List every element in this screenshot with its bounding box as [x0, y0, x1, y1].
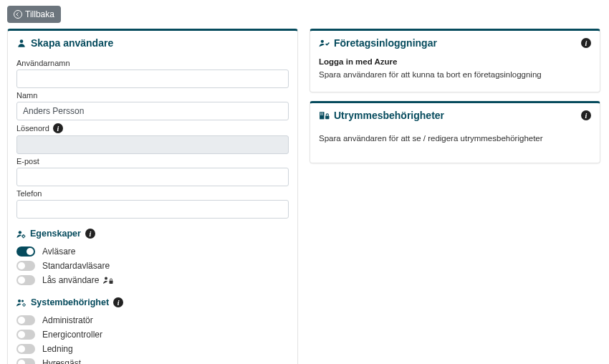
toggle-label: Administratör	[42, 315, 93, 325]
building-lock-icon	[319, 110, 330, 120]
info-icon[interactable]: i	[85, 229, 95, 239]
username-label: Användarnamn	[16, 59, 289, 67]
username-input[interactable]	[16, 70, 289, 88]
email-input[interactable]	[16, 168, 289, 186]
space-permissions-card: Utrymmesbehörigheter i Spara användaren …	[310, 101, 600, 163]
phone-label: Telefon	[16, 189, 289, 198]
toggle-label: Energicontroller	[42, 330, 102, 340]
svg-rect-12	[320, 112, 324, 119]
password-label: Lösenord i	[16, 123, 289, 133]
name-label: Namn	[16, 91, 289, 100]
create-user-card: Skapa användare Användarnamn Namn Löseno…	[7, 29, 298, 364]
toggle-lock-user[interactable]	[16, 275, 35, 285]
phone-input[interactable]	[16, 200, 289, 219]
toggle-label: Hyresgäst	[42, 358, 81, 364]
info-icon[interactable]: i	[581, 38, 591, 48]
svg-rect-16	[322, 114, 322, 115]
create-user-title: Skapa användare	[31, 37, 113, 49]
svg-rect-14	[322, 112, 322, 113]
user-check-icon	[319, 38, 330, 48]
user-cog-icon	[16, 229, 26, 239]
toggle-hyresgast[interactable]	[16, 358, 35, 364]
toggle-energicontroller[interactable]	[16, 330, 35, 340]
toggle-label: Lås användare	[42, 275, 99, 285]
svg-point-11	[321, 40, 324, 43]
password-input	[16, 135, 289, 154]
svg-rect-5	[110, 281, 113, 284]
enterprise-title: Företagsinloggningar	[334, 37, 437, 49]
svg-point-7	[21, 300, 24, 302]
svg-rect-17	[325, 116, 329, 120]
svg-point-8	[23, 304, 25, 306]
info-icon[interactable]: i	[53, 123, 63, 133]
arrow-left-icon	[14, 10, 22, 19]
svg-rect-13	[320, 112, 321, 113]
svg-point-6	[18, 300, 21, 302]
toggle-avlasare[interactable]	[16, 246, 35, 257]
svg-point-2	[19, 231, 21, 234]
svg-point-3	[22, 235, 24, 237]
toggle-standardavlasare[interactable]	[16, 261, 35, 271]
properties-heading: Egenskaper i	[16, 229, 289, 239]
user-lock-icon	[103, 276, 113, 284]
user-icon	[16, 38, 27, 48]
space-permissions-hint: Spara användaren för att se / redigera u…	[319, 130, 591, 150]
email-label: E-post	[16, 157, 289, 166]
info-icon[interactable]: i	[113, 297, 123, 307]
toggle-label: Ledning	[42, 344, 73, 354]
back-button[interactable]: Tillbaka	[7, 6, 61, 23]
toggle-administrator[interactable]	[16, 315, 35, 325]
azure-login-label: Logga in med Azure	[319, 57, 591, 66]
sysperm-heading: Systembehörighet i	[16, 297, 289, 307]
toggle-label: Standardavläsare	[42, 261, 110, 271]
svg-point-4	[105, 277, 107, 280]
svg-point-1	[20, 39, 24, 43]
enterprise-login-card: Företagsinloggningar i Logga in med Azur…	[310, 29, 600, 92]
users-cog-icon	[16, 298, 27, 307]
enterprise-hint: Spara användaren för att kunna ta bort e…	[319, 70, 591, 79]
space-permissions-title: Utrymmesbehörigheter	[334, 110, 444, 121]
name-input[interactable]	[16, 102, 289, 120]
toggle-ledning[interactable]	[16, 344, 35, 354]
info-icon[interactable]: i	[581, 110, 591, 120]
toggle-label: Avläsare	[42, 246, 75, 257]
svg-rect-15	[320, 114, 321, 115]
back-button-label: Tillbaka	[25, 9, 54, 19]
svg-point-0	[14, 11, 22, 19]
